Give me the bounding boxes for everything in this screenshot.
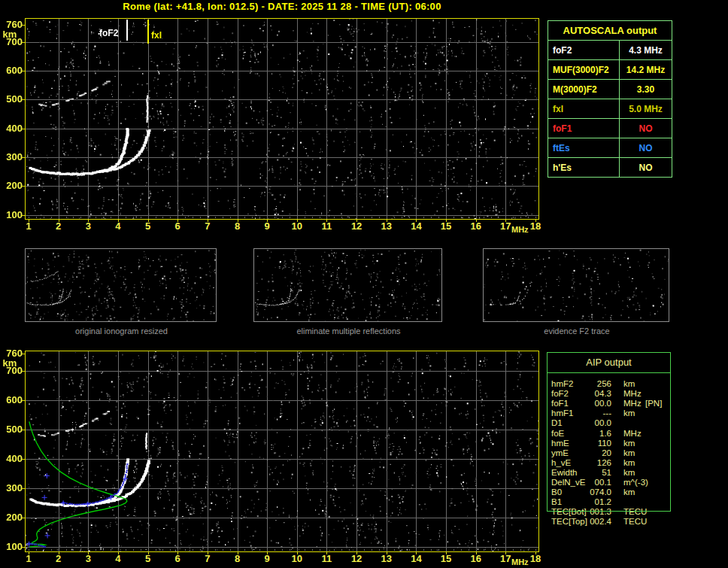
autoscala-parameter-value: NO	[620, 119, 672, 138]
x-tick-mark	[177, 220, 178, 222]
x-tick-mark	[118, 552, 119, 554]
y-tick-mark	[22, 354, 25, 354]
x-tick-mark	[446, 552, 447, 554]
x-tick-mark	[446, 220, 447, 222]
thumbnail-eliminate-reflections	[253, 248, 442, 322]
y-axis-unit-label: km	[0, 29, 20, 40]
x-tick-label: 10	[287, 554, 307, 564]
y-tick-label: 200	[0, 512, 23, 523]
x-tick-mark	[267, 552, 268, 554]
x-tick-label: 8	[228, 554, 247, 564]
x-tick-label: 15	[436, 554, 456, 564]
y-tick-mark	[22, 371, 25, 372]
bottom-ionogram-plot	[25, 351, 539, 552]
x-tick-mark	[148, 220, 149, 222]
aip-unit: TECU	[623, 517, 647, 527]
y-tick-label: 300	[0, 483, 23, 494]
y-tick-label: 400	[0, 123, 23, 134]
x-tick-mark	[356, 552, 357, 554]
aip-output-box-border	[547, 352, 671, 512]
y-tick-label: 100	[0, 210, 23, 220]
y-tick-mark	[22, 129, 25, 129]
y-tick-label: 400	[0, 454, 23, 464]
thumbnail-canvas-reflections	[254, 249, 441, 321]
autoscala-row: fxI5.0 MHz	[548, 99, 672, 119]
x-tick-label: 9	[257, 221, 277, 232]
x-tick-mark	[416, 552, 417, 554]
y-tick-mark	[22, 547, 25, 548]
y-tick-mark	[22, 400, 25, 401]
autoscala-parameter-value: 4.3 MHz	[620, 41, 672, 60]
y-tick-mark	[22, 99, 25, 100]
x-tick-label: 2	[49, 554, 68, 564]
y-tick-mark	[22, 215, 25, 216]
x-tick-mark	[88, 552, 89, 554]
x-tick-label: 16	[466, 221, 486, 232]
autoscala-output-screen: { "title": "Rome (lat: +41.8, lon: 012.5…	[0, 0, 728, 568]
x-tick-mark	[297, 220, 298, 222]
x-tick-label: 11	[317, 221, 336, 232]
x-tick-mark	[476, 552, 477, 554]
x-tick-mark	[29, 220, 29, 222]
x-tick-label: 10	[287, 221, 307, 232]
y-tick-mark	[22, 459, 25, 460]
autoscala-row: M(3000)F23.30	[548, 80, 672, 99]
autoscala-row: MUF(3000)F214.2 MHz	[548, 60, 672, 80]
autoscala-parameter-value: 14.2 MHz	[620, 60, 672, 80]
x-tick-mark	[208, 552, 208, 554]
x-tick-label: 9	[257, 554, 277, 564]
x-tick-mark	[208, 220, 208, 222]
x-tick-label: 14	[406, 221, 426, 232]
autoscala-parameter-label: MUF(3000)F2	[548, 60, 620, 80]
autoscala-parameter-label: fxI	[548, 99, 620, 119]
x-tick-label: 8	[228, 221, 247, 232]
y-tick-mark	[22, 157, 25, 158]
x-tick-label: 3	[78, 221, 98, 232]
x-tick-label: 7	[198, 221, 217, 232]
autoscala-row: foF24.3 MHz	[548, 41, 672, 60]
y-tick-label: 600	[0, 65, 23, 76]
thumbnail-original-ionogram	[25, 248, 217, 322]
x-tick-label: 12	[347, 221, 366, 232]
autoscala-table-title: AUTOSCALA output	[548, 21, 672, 41]
x-tick-mark	[387, 220, 387, 222]
x-axis-unit-label: MHz	[511, 557, 535, 566]
x-tick-label: 11	[317, 554, 336, 564]
y-tick-label: 100	[0, 542, 23, 552]
thumbnail-canvas-original	[26, 249, 216, 321]
y-tick-label: 500	[0, 94, 23, 105]
x-tick-mark	[535, 552, 536, 554]
x-tick-mark	[326, 220, 327, 222]
y-tick-label: 500	[0, 424, 23, 435]
x-tick-label: 12	[347, 554, 366, 564]
y-tick-label: 300	[0, 152, 23, 163]
thumbnail-caption-reflections: eliminate multiple reflections	[253, 327, 444, 336]
thumbnail-caption-evidence: evidence F2 trace	[483, 327, 671, 336]
thumbnail-evidence-f2	[483, 248, 669, 322]
autoscala-parameter-label: foF2	[548, 41, 620, 60]
x-tick-label: 1	[19, 554, 38, 564]
station-date-time-title: Rome (lat: +41.8, lon: 012.5) - DATE: 20…	[25, 1, 539, 12]
x-tick-label: 3	[78, 554, 98, 564]
autoscala-parameter-label: ftEs	[548, 138, 620, 158]
x-tick-mark	[88, 220, 89, 222]
x-tick-mark	[238, 220, 238, 222]
autoscala-parameter-value: 3.30	[620, 80, 672, 99]
x-axis-unit-label: MHz	[511, 225, 535, 234]
y-tick-mark	[22, 488, 25, 489]
x-tick-label: 5	[138, 221, 158, 232]
x-tick-mark	[297, 552, 298, 554]
autoscala-row: foF1NO	[548, 119, 672, 138]
x-tick-mark	[118, 220, 119, 222]
fof2-marker-label: foF2	[99, 28, 118, 38]
x-tick-mark	[238, 552, 238, 554]
autoscala-parameter-value: NO	[620, 138, 672, 158]
x-tick-mark	[177, 552, 178, 554]
x-tick-label: 13	[377, 554, 396, 564]
x-tick-label: 1	[19, 221, 38, 232]
x-tick-label: 2	[49, 221, 68, 232]
x-tick-label: 5	[138, 554, 158, 564]
y-tick-mark	[22, 71, 25, 71]
x-tick-label: 6	[168, 554, 187, 564]
autoscala-parameter-label: M(3000)F2	[548, 80, 620, 99]
